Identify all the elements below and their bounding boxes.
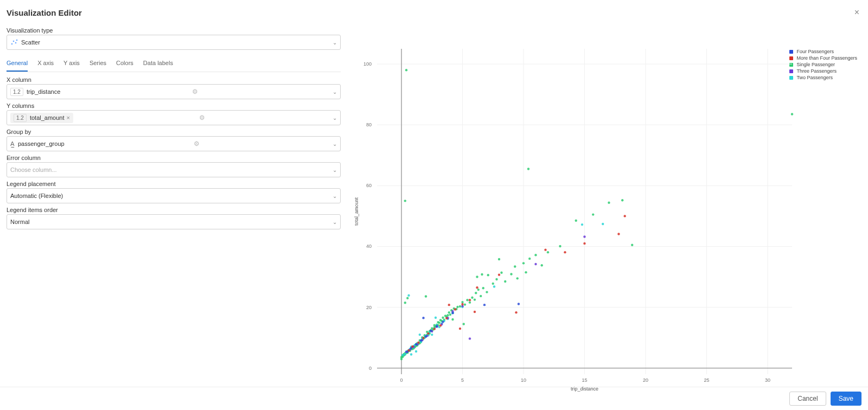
svg-point-171 bbox=[419, 334, 421, 336]
svg-point-126 bbox=[534, 254, 537, 256]
svg-point-210 bbox=[427, 332, 429, 335]
svg-point-169 bbox=[410, 353, 412, 355]
chevron-down-icon: ⌄ bbox=[333, 167, 337, 173]
remove-chip-icon[interactable]: × bbox=[67, 114, 70, 121]
svg-point-115 bbox=[492, 283, 494, 285]
svg-point-111 bbox=[477, 289, 480, 291]
close-icon[interactable]: × bbox=[852, 5, 861, 20]
tab-general[interactable]: General bbox=[7, 56, 28, 72]
svg-text:20: 20 bbox=[366, 305, 372, 310]
tab-x-axis[interactable]: X axis bbox=[37, 56, 54, 72]
svg-point-131 bbox=[404, 302, 406, 304]
svg-point-212 bbox=[439, 324, 442, 326]
svg-text:trip_distance: trip_distance bbox=[571, 386, 598, 392]
svg-point-177 bbox=[581, 223, 583, 226]
chevron-down-icon: ⌄ bbox=[333, 193, 337, 199]
gear-icon[interactable]: ⚙ bbox=[199, 114, 205, 121]
svg-point-116 bbox=[495, 278, 497, 280]
tab-series[interactable]: Series bbox=[90, 56, 106, 72]
svg-point-144 bbox=[631, 244, 633, 246]
gear-icon[interactable]: ⚙ bbox=[194, 140, 200, 148]
svg-point-214 bbox=[454, 308, 456, 310]
svg-point-95 bbox=[448, 311, 450, 313]
y-columns-label: Y columns bbox=[7, 102, 341, 109]
config-tabs: General X axis Y axis Series Colors Data… bbox=[7, 56, 341, 72]
x-column-label: X column bbox=[7, 76, 341, 83]
svg-point-114 bbox=[486, 291, 488, 293]
tab-data-labels[interactable]: Data labels bbox=[143, 56, 173, 72]
svg-point-122 bbox=[514, 265, 516, 267]
svg-point-123 bbox=[522, 262, 525, 264]
gear-icon[interactable]: ⚙ bbox=[192, 88, 198, 95]
svg-point-201 bbox=[442, 321, 444, 323]
svg-point-140 bbox=[575, 220, 577, 222]
numeric-icon: 1.2 bbox=[14, 114, 27, 122]
svg-point-118 bbox=[500, 272, 502, 274]
svg-point-170 bbox=[415, 350, 417, 353]
legend-order-select[interactable]: Normal ⌄ bbox=[7, 214, 341, 229]
svg-point-213 bbox=[445, 317, 448, 319]
y-column-chip[interactable]: 1.2 total_amount × bbox=[10, 113, 73, 123]
svg-point-143 bbox=[621, 199, 623, 201]
svg-point-120 bbox=[510, 273, 512, 275]
svg-text:20: 20 bbox=[643, 377, 648, 383]
svg-point-219 bbox=[476, 286, 478, 289]
svg-point-173 bbox=[407, 294, 410, 297]
svg-point-222 bbox=[544, 248, 546, 251]
svg-text:0: 0 bbox=[369, 366, 372, 371]
svg-point-176 bbox=[493, 285, 495, 287]
tab-colors[interactable]: Colors bbox=[116, 56, 133, 72]
svg-point-0 bbox=[11, 43, 13, 45]
svg-text:80: 80 bbox=[366, 122, 372, 127]
y-columns-select[interactable]: 1.2 total_amount × ⚙ ⌄ bbox=[7, 110, 341, 125]
viz-type-select[interactable]: Scatter ⌄ bbox=[7, 35, 341, 50]
svg-point-204 bbox=[483, 304, 486, 306]
numeric-icon: 1.2 bbox=[10, 88, 23, 96]
svg-text:5: 5 bbox=[461, 377, 464, 383]
legend-placement-select[interactable]: Automatic (Flexible) ⌄ bbox=[7, 188, 341, 203]
group-by-select[interactable]: A̲ passenger_group ⚙ ⌄ bbox=[7, 136, 341, 151]
svg-point-96 bbox=[449, 313, 451, 316]
legend-placement-label: Legend placement bbox=[7, 181, 341, 187]
svg-point-203 bbox=[422, 317, 424, 319]
svg-point-109 bbox=[474, 298, 476, 300]
svg-point-107 bbox=[469, 301, 471, 303]
svg-point-198 bbox=[425, 335, 427, 337]
tab-y-axis[interactable]: Y axis bbox=[63, 56, 80, 72]
svg-point-220 bbox=[498, 273, 500, 276]
svg-point-142 bbox=[608, 202, 610, 204]
svg-point-215 bbox=[461, 303, 463, 305]
svg-point-162 bbox=[431, 334, 433, 336]
error-column-label: Error column bbox=[7, 155, 341, 161]
svg-point-94 bbox=[446, 314, 449, 316]
x-column-select[interactable]: 1.2 trip_distance ⚙ ⌄ bbox=[7, 84, 341, 99]
svg-point-207 bbox=[411, 345, 413, 348]
svg-text:30: 30 bbox=[765, 377, 770, 383]
svg-point-205 bbox=[518, 303, 520, 305]
svg-point-127 bbox=[541, 264, 543, 266]
svg-point-145 bbox=[791, 113, 793, 115]
svg-text:0: 0 bbox=[400, 377, 403, 383]
svg-point-226 bbox=[624, 215, 626, 217]
svg-point-134 bbox=[476, 276, 478, 278]
svg-point-128 bbox=[547, 251, 549, 253]
svg-text:10: 10 bbox=[521, 377, 526, 383]
svg-text:100: 100 bbox=[363, 61, 372, 67]
group-by-label: Group by bbox=[7, 129, 341, 135]
svg-point-206 bbox=[407, 349, 410, 351]
svg-point-113 bbox=[482, 287, 484, 289]
page-title: Visualization Editor bbox=[7, 8, 82, 17]
error-column-select[interactable]: Choose column... ⌄ bbox=[7, 162, 341, 177]
svg-point-218 bbox=[474, 311, 476, 313]
svg-point-130 bbox=[406, 297, 409, 299]
svg-point-129 bbox=[559, 245, 561, 247]
scatter-icon bbox=[10, 39, 18, 46]
chevron-down-icon: ⌄ bbox=[333, 141, 337, 147]
svg-point-139 bbox=[404, 200, 406, 202]
svg-point-105 bbox=[464, 303, 466, 305]
chevron-down-icon: ⌄ bbox=[333, 115, 337, 121]
svg-point-136 bbox=[487, 274, 489, 276]
svg-point-191 bbox=[469, 337, 471, 339]
svg-point-221 bbox=[515, 311, 517, 313]
scatter-chart[interactable]: 051015202530020406080100trip_distancetot… bbox=[347, 43, 857, 401]
